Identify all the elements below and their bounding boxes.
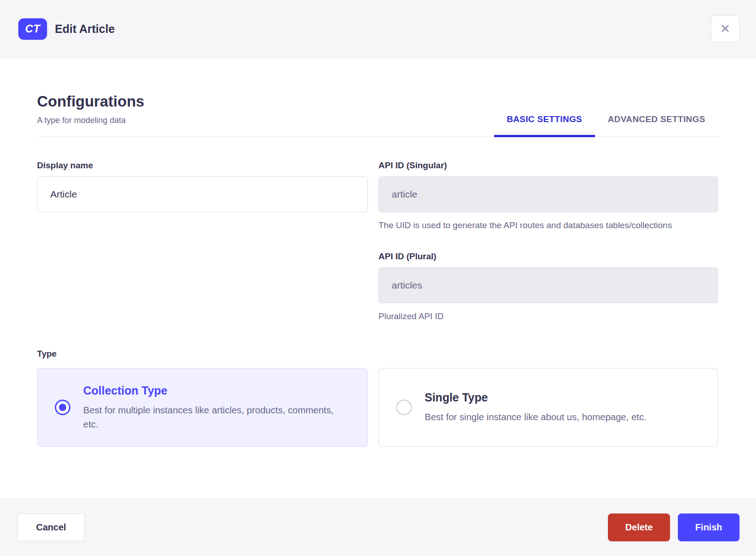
tab-advanced-settings[interactable]: ADVANCED SETTINGS [595,114,718,136]
type-option-single[interactable]: Single Type Best for single instance lik… [378,368,718,447]
display-name-label: Display name [37,160,368,171]
collection-type-text: Collection Type Best for multiple instan… [83,384,340,431]
single-type-description: Best for single instance like about us, … [425,410,646,424]
display-name-input[interactable] [37,176,368,212]
api-id-singular-helper: The UID is used to generate the API rout… [378,219,718,232]
tab-basic-settings[interactable]: BASIC SETTINGS [494,114,595,136]
configuration-form: Display name API ID (Singular) The UID i… [37,160,718,323]
api-id-plural-input [378,267,718,303]
delete-button[interactable]: Delete [608,513,670,541]
api-id-singular-field: API ID (Singular) The UID is used to gen… [378,160,718,232]
radio-checked-icon[interactable] [55,400,70,415]
content-type-badge-icon: CT [18,18,47,40]
section-title-block: Configurations A type for modeling data [37,93,144,136]
modal-title: Edit Article [55,22,115,36]
single-type-title: Single Type [425,391,646,404]
api-id-plural-field: API ID (Plural) Pluralized API ID [378,251,718,323]
form-left-column: Display name [37,160,368,323]
form-right-column: API ID (Singular) The UID is used to gen… [378,160,718,323]
page-subtitle: A type for modeling data [37,116,144,125]
section-header: Configurations A type for modeling data … [37,93,718,137]
api-id-singular-input [378,176,718,212]
modal-body: Configurations A type for modeling data … [0,58,756,498]
modal-header: CT Edit Article ✕ [0,0,756,58]
display-name-field: Display name [37,160,368,212]
modal-footer: Cancel Delete Finish [0,498,756,556]
close-icon: ✕ [720,23,730,35]
single-type-text: Single Type Best for single instance lik… [425,391,646,424]
edit-content-type-modal: CT Edit Article ✕ Configurations A type … [0,0,756,556]
page-title: Configurations [37,93,144,110]
api-id-plural-helper: Pluralized API ID [378,310,718,323]
api-id-singular-label: API ID (Singular) [378,160,718,171]
radio-unchecked-icon[interactable] [396,400,412,415]
type-section: Type Collection Type Best for multiple i… [37,349,718,447]
radio-dot [59,404,66,411]
api-id-plural-label: API ID (Plural) [378,251,718,262]
type-options: Collection Type Best for multiple instan… [37,368,718,447]
type-label: Type [37,349,718,359]
close-button[interactable]: ✕ [711,15,740,43]
type-option-collection[interactable]: Collection Type Best for multiple instan… [37,368,368,447]
collection-type-description: Best for multiple instances like article… [83,403,340,431]
collection-type-title: Collection Type [83,384,340,397]
finish-button[interactable]: Finish [678,513,740,541]
settings-tabs: BASIC SETTINGS ADVANCED SETTINGS [494,114,718,136]
cancel-button[interactable]: Cancel [17,513,85,541]
footer-actions: Delete Finish [608,513,740,541]
